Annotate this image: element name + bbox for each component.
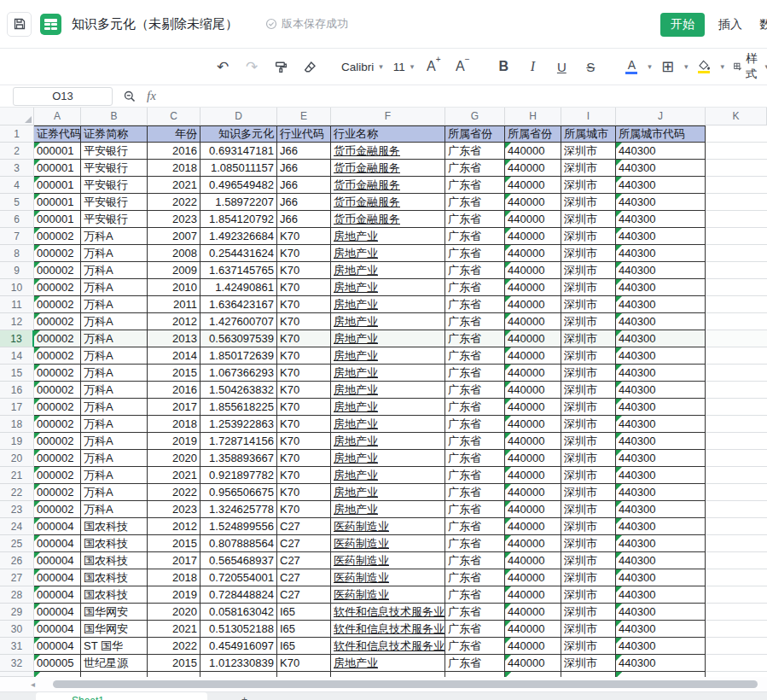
cell-J8[interactable]: 440300 [616, 245, 706, 262]
cell-I20[interactable]: 深圳市 [561, 450, 616, 467]
cell-K19[interactable] [706, 433, 767, 450]
cell-A11[interactable]: 000002 [34, 296, 81, 313]
cell-J9[interactable]: 440300 [616, 262, 706, 279]
row-number[interactable]: 1 [0, 125, 34, 143]
cell-B15[interactable]: 万科A [81, 365, 148, 382]
cell-C28[interactable]: 2019 [148, 586, 200, 604]
cell-D22[interactable]: 0.956506675 [200, 484, 277, 501]
cell-A24[interactable]: 000004 [34, 518, 81, 535]
cell-F25[interactable]: 医药制造业 [331, 535, 445, 552]
cell-G30[interactable]: 广东省 [445, 621, 505, 638]
row-number[interactable]: 30 [0, 621, 34, 638]
cell-C19[interactable]: 2019 [148, 433, 200, 450]
cell-C13[interactable]: 2013 [148, 330, 200, 347]
cell-A6[interactable]: 000001 [34, 211, 81, 228]
cell-K9[interactable] [706, 262, 767, 279]
cell-C9[interactable]: 2009 [148, 262, 200, 279]
cell-I2[interactable]: 深圳市 [561, 143, 616, 160]
cell-E17[interactable]: K70 [277, 399, 331, 416]
cell-I25[interactable]: 深圳市 [561, 535, 616, 552]
cell-G9[interactable]: 广东省 [445, 262, 505, 279]
cell-A22[interactable]: 000002 [34, 484, 81, 501]
column-header-B[interactable]: B [81, 108, 148, 125]
cell-J28[interactable]: 440300 [616, 586, 706, 604]
cell-C24[interactable]: 2012 [148, 518, 200, 535]
cell-A10[interactable]: 000002 [34, 279, 81, 296]
cell-D12[interactable]: 1.427600707 [200, 313, 277, 330]
cell-H2[interactable]: 440000 [505, 143, 561, 160]
cell-K7[interactable] [706, 228, 767, 245]
cell-G4[interactable]: 广东省 [445, 177, 505, 194]
cell-B12[interactable]: 万科A [81, 313, 148, 330]
cell-H15[interactable]: 440000 [505, 365, 561, 382]
cell-B28[interactable]: 国农科技 [81, 586, 148, 604]
cell-J4[interactable]: 440300 [616, 177, 706, 194]
cell-B8[interactable]: 万科A [81, 245, 148, 262]
cell-K24[interactable] [706, 518, 767, 535]
cell-A14[interactable]: 000002 [34, 347, 81, 365]
cell-G28[interactable]: 广东省 [445, 586, 505, 604]
cell-D3[interactable]: 1.085011157 [200, 160, 277, 177]
cell-F24[interactable]: 医药制造业 [331, 518, 445, 535]
cell-C12[interactable]: 2012 [148, 313, 200, 330]
cell-E31[interactable]: I65 [277, 638, 331, 655]
cell-D29[interactable]: 0.058163042 [200, 604, 277, 621]
column-header-H[interactable]: H [505, 108, 561, 125]
save-button[interactable] [7, 12, 32, 37]
cell-C31[interactable]: 2022 [148, 638, 200, 655]
undo-button[interactable]: ↶ [210, 54, 235, 79]
cell-D14[interactable]: 1.850172639 [200, 347, 277, 365]
cell-H32[interactable]: 440000 [505, 655, 561, 672]
cell-C5[interactable]: 2022 [148, 194, 200, 211]
cell-B2[interactable]: 平安银行 [81, 143, 148, 160]
cell-G13[interactable]: 广东省 [445, 330, 505, 347]
borders-button[interactable]: ⊞ [655, 54, 681, 79]
cell-D19[interactable]: 1.728714156 [200, 433, 277, 450]
cell-E16[interactable]: K70 [277, 382, 331, 399]
row-number[interactable]: 6 [0, 211, 34, 228]
column-header-E[interactable]: E [277, 108, 331, 125]
tab-data[interactable]: 数据 [751, 13, 767, 37]
cell-G29[interactable]: 广东省 [445, 604, 505, 621]
column-header-K[interactable]: K [706, 108, 767, 125]
cell-G21[interactable]: 广东省 [445, 467, 505, 484]
row-number[interactable]: 14 [0, 347, 34, 365]
row-number[interactable]: 7 [0, 228, 34, 245]
row-number[interactable]: 21 [0, 467, 34, 484]
cell-F10[interactable]: 房地产业 [331, 279, 445, 296]
cell-G15[interactable]: 广东省 [445, 365, 505, 382]
cell-A5[interactable]: 000001 [34, 194, 81, 211]
column-header-A[interactable]: A [34, 108, 81, 125]
row-number[interactable]: 11 [0, 296, 34, 313]
cell-D7[interactable]: 1.492326684 [200, 228, 277, 245]
cell-B3[interactable]: 平安银行 [81, 160, 148, 177]
increase-font-button[interactable]: A+ [421, 54, 446, 79]
cell-F27[interactable]: 医药制造业 [331, 569, 445, 586]
font-name-select[interactable]: Calibri ▾ [338, 54, 386, 79]
cell-B6[interactable]: 平安银行 [81, 211, 148, 228]
cell-A3[interactable]: 000001 [34, 160, 81, 177]
cell-I10[interactable]: 深圳市 [561, 279, 616, 296]
cell-D16[interactable]: 1.504263832 [200, 382, 277, 399]
cell-D28[interactable]: 0.728448824 [200, 586, 277, 604]
styles-button[interactable]: 样式 ▾ [733, 51, 767, 82]
cell-D32[interactable]: 1.012330839 [200, 655, 277, 672]
cell-H14[interactable]: 440000 [505, 347, 561, 365]
cell-F19[interactable]: 房地产业 [331, 433, 445, 450]
row-number[interactable]: 9 [0, 262, 34, 279]
cell-C20[interactable]: 2020 [148, 450, 200, 467]
cell-C18[interactable]: 2018 [148, 416, 200, 433]
cell-H18[interactable]: 440000 [505, 416, 561, 433]
cell-B14[interactable]: 万科A [81, 347, 148, 365]
cell-G24[interactable]: 广东省 [445, 518, 505, 535]
row-number[interactable]: 12 [0, 313, 34, 330]
cell-I22[interactable]: 深圳市 [561, 484, 616, 501]
cell-F16[interactable]: 房地产业 [331, 382, 445, 399]
cell-C23[interactable]: 2023 [148, 501, 200, 518]
cell-B27[interactable]: 国农科技 [81, 569, 148, 586]
cell-C6[interactable]: 2023 [148, 211, 200, 228]
cell-G10[interactable]: 广东省 [445, 279, 505, 296]
cell-K29[interactable] [706, 604, 767, 621]
cell-G7[interactable]: 广东省 [445, 228, 505, 245]
font-size-select[interactable]: 11 ▾ [390, 54, 418, 79]
